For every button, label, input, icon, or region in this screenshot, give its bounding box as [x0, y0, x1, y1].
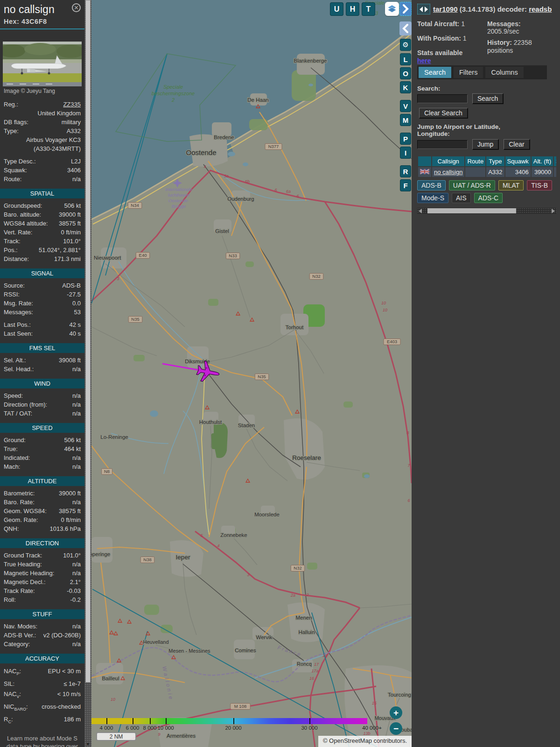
column-header[interactable]: Squawk [505, 156, 531, 166]
map-button-v[interactable]: V [400, 100, 411, 112]
stats-here-link[interactable]: here [417, 57, 431, 64]
altitude-tick-label: 8 000 [143, 725, 157, 731]
zoom-in-button[interactable]: + [390, 706, 402, 719]
data-row: RC:186 m [0, 714, 84, 727]
road-shield: N377 [265, 144, 282, 150]
tab-filters[interactable]: Filters [454, 67, 483, 78]
sidebar-expand-icon[interactable] [399, 2, 412, 16]
legend-modes[interactable]: Mode-S [417, 193, 448, 203]
hex-code: Hex: 43C6F8 [0, 16, 84, 28]
data-row: Magnetic Decl.:2.1° [0, 578, 84, 586]
map-button-k[interactable]: K [400, 82, 411, 93]
zoom-out-button[interactable]: − [390, 722, 402, 735]
selected-aircraft-title: no callsign [4, 3, 55, 16]
data-row: Roll:-0.2 [0, 595, 84, 604]
data-row: QNH:1013.6 hPa [0, 524, 84, 533]
map-attribution[interactable]: © OpenStreetMap contributors. [318, 736, 412, 747]
road-shield: N32 [309, 274, 323, 280]
altitude-tick-label: 6 000 [126, 725, 140, 731]
minus-icon: − [393, 724, 399, 734]
hscroll-thumb[interactable] [427, 208, 516, 213]
aircraft-row[interactable]: no callsignA332340639000 [418, 167, 556, 177]
svg-text:E403: E403 [387, 339, 397, 344]
map-button-p[interactable]: P [400, 133, 411, 144]
map-button-i[interactable]: I [400, 147, 411, 158]
exit-number: 4 [203, 164, 206, 169]
data-row: Type:A332 [0, 127, 84, 135]
jump-input[interactable] [417, 140, 468, 149]
town-label: Tourcoing [388, 692, 411, 698]
tab-search[interactable]: Search [419, 67, 451, 78]
scroll-right-arrow[interactable] [552, 209, 555, 213]
altitude-tick-label: 4 000 [100, 725, 113, 731]
tar1090-link[interactable]: tar1090 [433, 5, 458, 13]
left-panel-scrollbar[interactable]: ▼ [84, 0, 91, 747]
column-header[interactable] [418, 156, 431, 166]
panel-width-toggle-icon[interactable] [417, 4, 430, 14]
stats-panel: tar1090 (3.14.1783) decoder: readsb Tota… [412, 0, 560, 747]
data-row: Track:101.0° [0, 237, 84, 246]
map-button-u[interactable]: U [330, 3, 343, 15]
svg-text:N32: N32 [312, 274, 320, 279]
legend-tisb[interactable]: TIS-B [527, 180, 552, 190]
town-label: Armentières [167, 733, 196, 739]
column-header[interactable]: Alt. (ft) [532, 156, 553, 166]
jump-clear-button[interactable]: Clear [504, 139, 530, 150]
data-row: Sel. Head.:n/a [0, 365, 84, 374]
scroll-left-arrow[interactable] [419, 209, 422, 213]
search-button[interactable]: Search [472, 93, 504, 104]
legend-adsb[interactable]: ADS-B [417, 180, 446, 190]
map[interactable]: Speciale beschermingszone 2 Speciale 3 I… [91, 0, 412, 747]
data-row: Distance:171.3 nmi [0, 254, 84, 263]
column-header[interactable]: Type [486, 156, 504, 166]
data-row: Pos.:51.024°, 2.881° [0, 246, 84, 254]
legend-mlat[interactable]: MLAT [498, 180, 524, 190]
cell-callsign[interactable]: no callsign [432, 167, 464, 177]
legend-ais[interactable]: AIS [452, 193, 471, 203]
scrollbar-down-arrow[interactable]: ▼ [84, 742, 91, 747]
sidebar-collapse-icon[interactable] [399, 21, 412, 35]
road-shield: N34 [128, 203, 142, 209]
data-row: Route:n/a [0, 175, 84, 183]
layers-button[interactable] [385, 2, 399, 16]
town-label: Ieper [176, 554, 190, 561]
town-label: Houthulst [199, 419, 222, 425]
town-label: Roeselare [292, 454, 321, 461]
tab-columns[interactable]: Columns [485, 67, 523, 78]
map-button-t[interactable]: T [362, 3, 375, 15]
data-row: SIL:≤ 1e-7 [0, 679, 84, 689]
legend-uat[interactable]: UAT / ADS-R [449, 180, 495, 190]
map-button-r[interactable]: R [400, 166, 411, 177]
section-header-spatial: SPATIAL [0, 189, 84, 198]
data-row: Squawk:3406 [0, 166, 84, 175]
column-header[interactable]: Route [465, 156, 485, 166]
gear-icon[interactable]: ⚙ [400, 39, 411, 50]
section-header-fms-sel: FMS SEL [0, 343, 84, 353]
legend-adsc[interactable]: ADS-C [474, 193, 503, 203]
map-button-m[interactable]: M [400, 114, 411, 126]
map-button-l[interactable]: L [400, 54, 411, 65]
readsb-link[interactable]: readsb [529, 5, 552, 13]
town-label: Gistel [215, 228, 229, 234]
table-horizontal-scrollbar[interactable] [417, 208, 556, 214]
scrollbar-thumb[interactable] [85, 0, 91, 683]
map-button-f[interactable]: F [400, 180, 411, 191]
data-row: Category:n/a [0, 640, 84, 648]
map-button-o[interactable]: O [400, 68, 411, 79]
aircraft-table: CallsignRouteTypeSquawkAlt. (ft)S no cal… [417, 155, 556, 178]
column-header[interactable]: Callsign [432, 156, 464, 166]
data-row: True:464 kt [0, 444, 84, 453]
exit-number: 4 [217, 543, 219, 548]
search-input[interactable] [417, 94, 468, 103]
clear-search-button[interactable]: Clear Search [419, 108, 468, 119]
scale-text: 2 NM [110, 733, 123, 740]
aircraft-photo[interactable] [3, 42, 82, 86]
data-row: Last Seen:40 s [0, 329, 84, 338]
town-label: Moorslede [254, 512, 280, 517]
column-header[interactable]: S [554, 156, 556, 166]
altitude-tick-label: 20 000 [225, 725, 241, 731]
map-button-h[interactable]: H [346, 3, 359, 15]
exit-number: 3 [117, 276, 119, 281]
close-icon[interactable]: ✕ [72, 3, 81, 12]
jump-button[interactable]: Jump [472, 139, 499, 150]
